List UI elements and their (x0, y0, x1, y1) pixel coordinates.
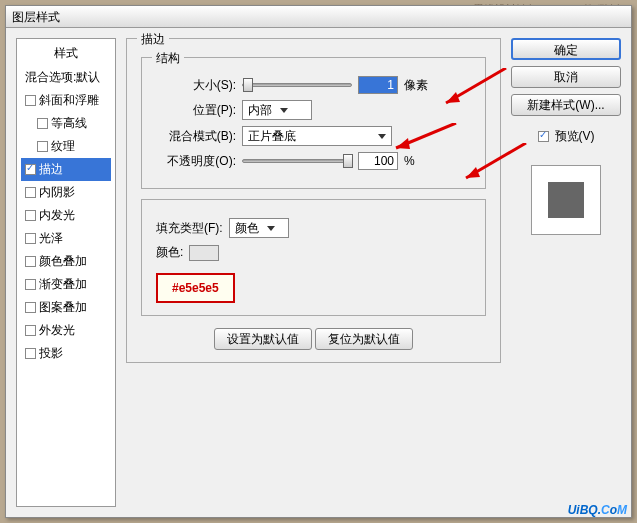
preview-swatch (548, 182, 584, 218)
size-unit: 像素 (404, 77, 428, 94)
style-label: 内阴影 (39, 184, 75, 201)
style-checkbox[interactable] (25, 233, 36, 244)
style-label: 纹理 (51, 138, 75, 155)
svg-marker-3 (396, 138, 410, 149)
size-slider[interactable] (242, 83, 352, 87)
filltype-row: 填充类型(F): 颜色 (156, 218, 471, 238)
styles-panel: 样式 混合选项:默认 斜面和浮雕等高线纹理描边内阴影内发光光泽颜色叠加渐变叠加图… (16, 38, 116, 507)
svg-marker-5 (466, 167, 480, 178)
opacity-slider[interactable] (242, 159, 352, 163)
opacity-row: 不透明度(O): 100 % (156, 152, 471, 170)
color-swatch[interactable] (189, 245, 219, 261)
opacity-unit: % (404, 154, 415, 168)
style-item-描边[interactable]: 描边 (21, 158, 111, 181)
position-dropdown[interactable]: 内部 (242, 100, 312, 120)
style-item-内发光[interactable]: 内发光 (21, 204, 111, 227)
chevron-down-icon (378, 134, 386, 139)
blend-label: 混合模式(B): (156, 128, 236, 145)
color-label: 颜色: (156, 244, 183, 261)
style-item-光泽[interactable]: 光泽 (21, 227, 111, 250)
hex-callout: #e5e5e5 (156, 273, 235, 303)
style-label: 描边 (39, 161, 63, 178)
style-checkbox[interactable] (37, 118, 48, 129)
preview-row: 预览(V) (538, 128, 595, 145)
preview-checkbox[interactable] (538, 131, 549, 142)
set-default-button[interactable]: 设置为默认值 (214, 328, 312, 350)
layer-style-dialog: 图层样式 样式 混合选项:默认 斜面和浮雕等高线纹理描边内阴影内发光光泽颜色叠加… (5, 5, 632, 518)
annotation-arrow-icon (456, 143, 536, 183)
main-panel: 描边 结构 大小(S): 1 像素 位置(P): 内部 (126, 38, 501, 507)
style-checkbox[interactable] (25, 210, 36, 221)
filltype-value: 颜色 (235, 220, 259, 237)
style-item-等高线[interactable]: 等高线 (21, 112, 111, 135)
style-label: 内发光 (39, 207, 75, 224)
style-label: 图案叠加 (39, 299, 87, 316)
blend-value: 正片叠底 (248, 128, 296, 145)
right-panel: 确定 取消 新建样式(W)... 预览(V) (511, 38, 621, 507)
style-checkbox[interactable] (25, 187, 36, 198)
annotation-arrow-icon (386, 123, 466, 153)
size-row: 大小(S): 1 像素 (156, 76, 471, 94)
style-item-纹理[interactable]: 纹理 (21, 135, 111, 158)
style-item-斜面和浮雕[interactable]: 斜面和浮雕 (21, 89, 111, 112)
reset-default-button[interactable]: 复位为默认值 (315, 328, 413, 350)
titlebar: 图层样式 (6, 6, 631, 28)
preview-label: 预览(V) (555, 128, 595, 145)
structure-title: 结构 (152, 50, 184, 67)
opacity-label: 不透明度(O): (156, 153, 236, 170)
style-checkbox[interactable] (25, 302, 36, 313)
new-style-button[interactable]: 新建样式(W)... (511, 94, 621, 116)
preview-box (531, 165, 601, 235)
style-checkbox[interactable] (37, 141, 48, 152)
style-item-投影[interactable]: 投影 (21, 342, 111, 365)
style-item-外发光[interactable]: 外发光 (21, 319, 111, 342)
opacity-input[interactable]: 100 (358, 152, 398, 170)
stroke-title: 描边 (137, 31, 169, 48)
style-label: 投影 (39, 345, 63, 362)
filltype-label: 填充类型(F): (156, 220, 223, 237)
styles-title: 样式 (21, 45, 111, 62)
default-buttons: 设置为默认值 复位为默认值 (141, 328, 486, 350)
blend-options-item[interactable]: 混合选项:默认 (21, 66, 111, 89)
style-label: 等高线 (51, 115, 87, 132)
annotation-arrow-icon (436, 68, 516, 108)
ok-button[interactable]: 确定 (511, 38, 621, 60)
bottom-watermark: UiBQ.CoM (568, 498, 627, 519)
position-row: 位置(P): 内部 (156, 100, 471, 120)
style-item-图案叠加[interactable]: 图案叠加 (21, 296, 111, 319)
style-checkbox[interactable] (25, 95, 36, 106)
style-checkbox[interactable] (25, 279, 36, 290)
style-label: 斜面和浮雕 (39, 92, 99, 109)
style-label: 外发光 (39, 322, 75, 339)
style-label: 颜色叠加 (39, 253, 87, 270)
chevron-down-icon (267, 226, 275, 231)
position-label: 位置(P): (156, 102, 236, 119)
size-label: 大小(S): (156, 77, 236, 94)
size-input[interactable]: 1 (358, 76, 398, 94)
chevron-down-icon (280, 108, 288, 113)
cancel-button[interactable]: 取消 (511, 66, 621, 88)
style-item-颜色叠加[interactable]: 颜色叠加 (21, 250, 111, 273)
style-label: 渐变叠加 (39, 276, 87, 293)
blend-dropdown[interactable]: 正片叠底 (242, 126, 392, 146)
fill-fieldset: 填充类型(F): 颜色 颜色: #e5e5e5 (141, 199, 486, 316)
color-row: 颜色: (156, 244, 471, 261)
svg-marker-1 (446, 92, 460, 103)
style-item-渐变叠加[interactable]: 渐变叠加 (21, 273, 111, 296)
style-checkbox[interactable] (25, 325, 36, 336)
style-checkbox[interactable] (25, 348, 36, 359)
style-item-内阴影[interactable]: 内阴影 (21, 181, 111, 204)
style-label: 光泽 (39, 230, 63, 247)
position-value: 内部 (248, 102, 272, 119)
style-checkbox[interactable] (25, 164, 36, 175)
filltype-dropdown[interactable]: 颜色 (229, 218, 289, 238)
style-checkbox[interactable] (25, 256, 36, 267)
